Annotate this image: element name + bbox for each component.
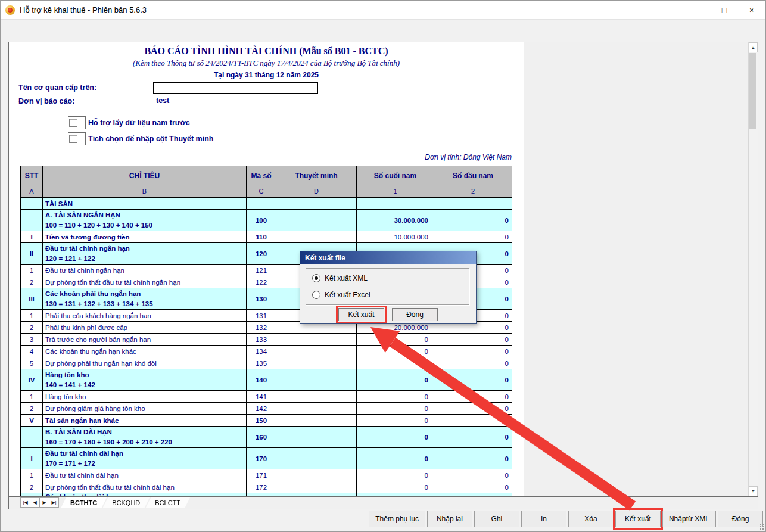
toolbar-button[interactable]: Thêm phụ lục <box>369 511 425 527</box>
cell-start-of-year[interactable]: 0 <box>434 357 512 369</box>
sheet-tab-bckqhđ[interactable]: BCKQHĐ <box>102 497 150 508</box>
report-table-head: STTCHỈ TIÊUMã sốThuyết minhSố cuối nămSố… <box>21 166 512 198</box>
cell-code: 140 <box>247 369 276 391</box>
scrollbar-thumb[interactable] <box>749 53 756 129</box>
prev-sheet-icon[interactable]: ◀ <box>30 497 40 508</box>
cell-start-of-year[interactable]: 0 <box>434 469 512 481</box>
cell-end-of-year[interactable] <box>357 198 434 210</box>
toolbar-button[interactable]: Nhập từ XML <box>662 511 716 527</box>
cell-end-of-year[interactable]: 0 <box>357 391 434 403</box>
cell-stt: 2 <box>21 322 43 334</box>
cell-end-of-year[interactable]: 0 <box>357 469 434 481</box>
radio-export-xml[interactable]: Kết xuất XML <box>312 274 368 282</box>
toolbar-buttons: Thêm phụ lụcNhập lạiGhiInXóaKết xuấtNhập… <box>369 511 763 527</box>
cell-end-of-year[interactable]: 0 <box>357 448 434 469</box>
cell-note[interactable] <box>276 210 357 231</box>
resize-grip-icon[interactable] <box>759 523 764 530</box>
sheet-tab-bcthtc[interactable]: BCTHTC <box>61 497 107 508</box>
report-table: STTCHỈ TIÊUMã sốThuyết minhSố cuối nămSố… <box>20 166 512 496</box>
cell-end-of-year[interactable]: 0 <box>357 346 434 357</box>
cell-label: A. TÀI SẢN NGẮN HẠN100 = 110 + 120 + 130… <box>43 210 247 231</box>
dialog-export-button[interactable]: Kết xuất <box>338 308 384 321</box>
thuyet-minh-checkbox[interactable] <box>68 132 86 145</box>
close-button[interactable]: × <box>738 1 765 19</box>
cell-start-of-year[interactable] <box>434 198 512 210</box>
cell-code <box>247 198 276 210</box>
cell-note[interactable] <box>276 369 357 391</box>
cell-start-of-year[interactable]: 0 <box>434 334 512 346</box>
cell-start-of-year[interactable]: 0 <box>434 231 512 243</box>
cell-end-of-year[interactable]: 0 <box>357 357 434 369</box>
cell-note[interactable] <box>276 415 357 427</box>
scroll-down-icon[interactable]: ▼ <box>749 486 758 496</box>
toolbar-button[interactable]: Ghi <box>474 511 519 527</box>
cell-note[interactable] <box>276 346 357 357</box>
cell-code: 172 <box>247 481 276 493</box>
column-header: STT <box>21 166 43 185</box>
cell-label: Hàng tồn kho <box>43 391 247 403</box>
table-row: 3Trả trước cho người bán ngắn hạn13300 <box>21 334 512 346</box>
cell-stt: 1 <box>21 469 43 481</box>
dialog-close-button[interactable]: Đóng <box>392 308 438 321</box>
cell-end-of-year[interactable]: 0 <box>357 427 434 448</box>
cell-start-of-year[interactable]: 0 <box>434 210 512 231</box>
radio-icon <box>312 274 320 282</box>
cell-start-of-year[interactable]: 0 <box>434 391 512 403</box>
maximize-button[interactable]: □ <box>711 1 738 19</box>
cell-end-of-year[interactable]: 30.000.000 <box>357 210 434 231</box>
cell-end-of-year[interactable]: 0 <box>357 369 434 391</box>
cell-end-of-year[interactable]: 0 <box>357 403 434 415</box>
last-sheet-icon[interactable]: ▶| <box>49 497 59 508</box>
radio-icon <box>312 291 320 299</box>
cell-end-of-year[interactable]: 0 <box>357 334 434 346</box>
column-header: Thuyết minh <box>276 166 357 185</box>
cell-start-of-year[interactable]: 0 <box>434 346 512 357</box>
cell-start-of-year[interactable]: 0 <box>434 448 512 469</box>
cell-note[interactable] <box>276 403 357 415</box>
report-title: BÁO CÁO TÌNH HÌNH TÀI CHÍNH (Mẫu số B01 … <box>9 46 524 57</box>
cell-label: Tài sản ngắn hạn khác <box>43 415 247 427</box>
cell-start-of-year[interactable]: 0 <box>434 481 512 493</box>
parent-org-input[interactable] <box>153 82 318 94</box>
cell-note[interactable] <box>276 334 357 346</box>
cell-note[interactable] <box>276 427 357 448</box>
report-unit-label: Đơn vị báo cáo: <box>18 97 74 105</box>
cell-code: 170 <box>247 448 276 469</box>
vertical-scrollbar[interactable]: ▲ ▼ <box>748 42 758 496</box>
toolbar-button[interactable]: Kết xuất <box>615 511 661 527</box>
toolbar-button[interactable]: Nhập lại <box>427 511 472 527</box>
scroll-up-icon[interactable]: ▲ <box>749 42 758 52</box>
cell-note[interactable] <box>276 481 357 493</box>
first-sheet-icon[interactable]: |◀ <box>20 497 30 508</box>
prev-year-checkbox[interactable] <box>68 116 86 129</box>
cell-note[interactable] <box>276 469 357 481</box>
checkbox-icon <box>69 119 77 127</box>
toolbar-button[interactable]: Đóng <box>718 511 763 527</box>
cell-note[interactable] <box>276 231 357 243</box>
cell-start-of-year[interactable]: 0 <box>434 415 512 427</box>
cell-note[interactable] <box>276 198 357 210</box>
toolbar-button[interactable]: In <box>521 511 566 527</box>
cell-note[interactable] <box>276 391 357 403</box>
cell-note[interactable] <box>276 448 357 469</box>
table-row: ITiền và tương đương tiền11010.000.0000 <box>21 231 512 243</box>
toolbar-button[interactable]: Xóa <box>568 511 614 527</box>
radio-export-excel[interactable]: Kết xuất Excel <box>312 291 370 299</box>
cell-start-of-year[interactable]: 0 <box>434 427 512 448</box>
cell-end-of-year[interactable]: 0 <box>357 481 434 493</box>
next-sheet-icon[interactable]: ▶ <box>39 497 49 508</box>
cell-end-of-year[interactable]: 0 <box>357 415 434 427</box>
cell-end-of-year[interactable]: 10.000.000 <box>357 231 434 243</box>
cell-note[interactable] <box>276 357 357 369</box>
sheet-tab-bclctt[interactable]: BCLCTT <box>145 497 190 508</box>
checkbox-row-prev-year[interactable]: Hỗ trợ lấy dữ liệu năm trước <box>68 116 190 129</box>
table-row: IVHàng tồn kho140 = 141 + 14214000 <box>21 369 512 391</box>
cell-stt: III <box>21 288 43 310</box>
export-dialog: Kết xuất file Kết xuất XML Kết xuất Exce… <box>300 251 477 324</box>
cell-start-of-year[interactable]: 0 <box>434 403 512 415</box>
cell-label: Đầu tư tài chính dài hạn <box>43 469 247 481</box>
cell-start-of-year[interactable]: 0 <box>434 369 512 391</box>
minimize-button[interactable]: — <box>683 1 711 19</box>
cell-stt <box>21 427 43 448</box>
checkbox-row-thuyet-minh[interactable]: Tích chọn để nhập cột Thuyết minh <box>68 132 213 145</box>
